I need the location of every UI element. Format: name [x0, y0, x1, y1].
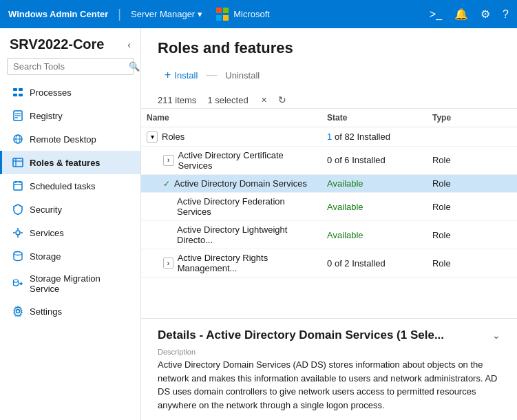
selected-count: 1 selected — [207, 95, 248, 105]
sidebar-label-storage-migration: Storage Migration Service — [30, 273, 131, 294]
sidebar-label-security: Security — [30, 204, 62, 215]
sidebar-collapse-button[interactable]: ‹ — [127, 39, 131, 50]
sidebar-label-registry: Registry — [30, 111, 63, 121]
status-bar: 211 items 1 selected ✕ ↻ — [141, 92, 517, 109]
clear-selection-button[interactable]: ✕ — [261, 96, 267, 105]
search-box[interactable]: 🔍 — [7, 58, 134, 75]
refresh-button[interactable]: ↻ — [278, 94, 286, 105]
row-label-roles: Roles — [162, 132, 184, 142]
svg-point-18 — [16, 231, 20, 235]
table-row[interactable]: › Active Directory Certificate Services … — [141, 146, 517, 174]
row-name-adfs: Active Directory Federation Services — [141, 193, 321, 221]
table-row[interactable]: Active Directory Lightweight Directo... … — [141, 221, 517, 249]
ms-logo — [216, 8, 230, 21]
server-manager-btn[interactable]: Server Manager ▾ — [131, 9, 202, 19]
details-panel: Details - Active Directory Domain Servic… — [141, 318, 517, 420]
install-plus-icon: + — [165, 69, 171, 81]
sidebar-item-scheduled-tasks[interactable]: Scheduled tasks — [0, 174, 140, 198]
row-name-roles: ▾ Roles — [141, 127, 321, 147]
sidebar-item-processes[interactable]: Processes — [0, 81, 140, 104]
details-chevron-icon[interactable]: ⌄ — [492, 330, 500, 341]
sidebar-item-services[interactable]: Services — [0, 221, 140, 244]
sidebar-item-roles-features[interactable]: Roles & features — [0, 151, 140, 174]
registry-icon — [12, 109, 24, 122]
sidebar-label-services: Services — [30, 228, 64, 238]
sidebar-item-security[interactable]: Security — [0, 198, 140, 221]
sidebar-title-row: SRV2022-Core ‹ — [0, 28, 140, 58]
toolbar-separator: — — [206, 69, 217, 81]
item-count: 211 items — [158, 95, 196, 105]
processes-icon — [12, 86, 24, 98]
bell-icon[interactable]: 🔔 — [454, 8, 468, 21]
sidebar-label-processes: Processes — [30, 87, 72, 98]
table-row[interactable]: › Active Directory Rights Management... … — [141, 249, 517, 277]
row-type-adds: Role — [427, 174, 517, 193]
expand-roles-button[interactable]: ▾ — [147, 132, 158, 143]
row-name-adrms: › Active Directory Rights Management... — [141, 249, 321, 277]
table-row[interactable]: Active Directory Federation Services Ava… — [141, 193, 517, 221]
sidebar-item-storage-migration[interactable]: Storage Migration Service — [0, 268, 140, 300]
row-state-adfs: Available — [321, 193, 427, 221]
row-label-adrms: Active Directory Rights Management... — [178, 253, 316, 273]
sidebar-title: SRV2022-Core — [10, 36, 104, 52]
sidebar-label-storage: Storage — [30, 251, 61, 262]
svg-rect-2 — [13, 94, 17, 96]
expand-adcs-button[interactable]: › — [163, 155, 174, 166]
col-header-name: Name — [141, 109, 321, 127]
details-description-text: Active Directory Domain Services (AD DS)… — [158, 358, 500, 412]
toolbar: + Install — Uninstall — [158, 65, 500, 85]
svg-rect-1 — [19, 88, 23, 91]
check-icon-adds: ✓ — [163, 179, 170, 189]
storage-icon — [12, 250, 24, 262]
settings-icon — [12, 305, 24, 317]
install-label: Install — [174, 70, 198, 81]
sidebar-label-roles-features: Roles & features — [30, 158, 101, 168]
details-description-label: Description — [158, 348, 500, 356]
row-state-adrms: 0 of 2 Installed — [321, 249, 427, 277]
install-button[interactable]: + Install — [158, 65, 204, 85]
row-name-adcs: › Active Directory Certificate Services — [141, 146, 321, 174]
row-label-adds: Active Directory Domain Services — [174, 178, 307, 189]
sidebar-scroll: Processes Registry Remote Desktop Roles … — [0, 81, 140, 420]
scheduled-icon — [12, 180, 24, 192]
table-row[interactable]: ✓ Active Directory Domain Services Avail… — [141, 174, 517, 193]
topbar-divider: | — [118, 7, 121, 21]
server-manager-label: Server Manager — [131, 9, 195, 19]
installed-link-roles[interactable]: 1 — [327, 132, 332, 142]
row-name-adds: ✓ Active Directory Domain Services — [141, 174, 321, 193]
row-label-adlds: Active Directory Lightweight Directo... — [177, 224, 316, 245]
sidebar-item-registry[interactable]: Registry — [0, 104, 140, 127]
sidebar-label-settings: Settings — [30, 306, 62, 317]
search-input[interactable] — [13, 61, 129, 72]
svg-rect-11 — [13, 158, 23, 167]
sidebar-item-remote-desktop[interactable]: Remote Desktop — [0, 127, 140, 151]
expand-adrms-button[interactable]: › — [163, 258, 173, 269]
sidebar-label-scheduled-tasks: Scheduled tasks — [30, 181, 95, 191]
details-title: Details - Active Directory Domain Servic… — [158, 328, 444, 342]
remote-icon — [12, 133, 24, 145]
terminal-icon[interactable]: >_ — [430, 8, 442, 21]
table-header-row: Name State Type — [141, 109, 517, 127]
topbar: Windows Admin Center | Server Manager ▾ … — [0, 0, 517, 28]
svg-point-23 — [14, 252, 22, 255]
uninstall-button[interactable]: Uninstall — [218, 67, 266, 84]
row-state-adds: Available — [321, 174, 427, 193]
col-header-type: Type — [427, 109, 517, 127]
gear-icon[interactable]: ⚙ — [481, 8, 490, 21]
brand-label: Windows Admin Center — [8, 9, 108, 19]
services-icon — [12, 227, 24, 239]
sidebar-item-settings[interactable]: Settings — [0, 300, 140, 323]
row-state-roles: 1 of 82 Installed — [321, 127, 427, 147]
help-icon[interactable]: ? — [503, 8, 509, 21]
content-area: Roles and features + Install — Uninstall… — [141, 28, 517, 420]
roles-icon — [12, 156, 24, 169]
svg-point-26 — [17, 310, 20, 313]
table-row[interactable]: ▾ Roles 1 of 82 Installed — [141, 127, 517, 147]
main-layout: SRV2022-Core ‹ 🔍 Processes Registry — [0, 28, 517, 420]
row-state-adlds: Available — [321, 221, 427, 249]
microsoft-label: Microsoft — [233, 9, 270, 19]
sidebar-item-storage[interactable]: Storage — [0, 244, 140, 268]
roles-table: Name State Type ▾ Roles — [141, 109, 517, 277]
row-state-label-roles: of 82 Installed — [335, 132, 390, 142]
page-title: Roles and features — [158, 39, 500, 57]
